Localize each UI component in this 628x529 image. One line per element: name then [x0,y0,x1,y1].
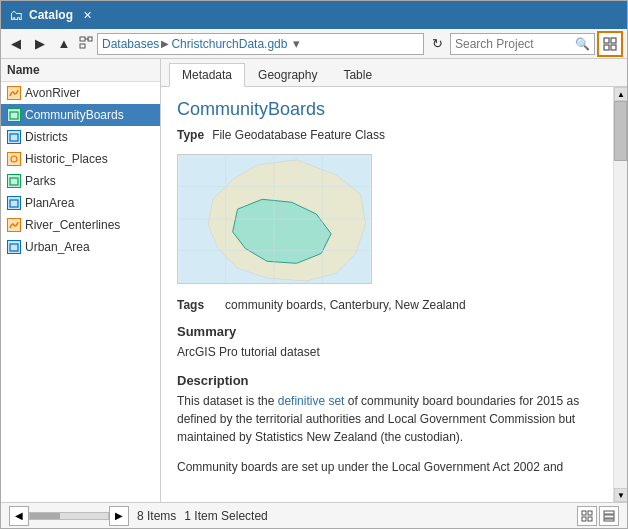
sidebar-item-avonriver[interactable]: AvonRiver [1,82,160,104]
path-dropdown-btn[interactable]: ▾ [293,36,300,51]
scrollbar-thumb[interactable] [614,101,627,161]
tab-table[interactable]: Table [330,63,385,86]
search-bar: 🔍 [450,33,595,55]
main-content: Name AvonRiver CommunityBoards Districts [1,59,627,502]
selected-count: 1 Item Selected [184,509,267,523]
svg-rect-7 [611,45,616,50]
tags-label: Tags [177,298,217,312]
status-list-view-btn[interactable] [577,506,597,526]
svg-rect-9 [10,134,18,141]
svg-rect-4 [604,38,609,43]
svg-rect-21 [582,511,586,515]
path-sep1: ▶ [161,38,169,49]
description-text2: Community boards are set up under the Lo… [177,458,597,476]
status-bar: ◀ ▶ 8 Items 1 Item Selected [1,502,627,528]
type-value: File Geodatabase Feature Class [212,128,385,142]
svg-rect-27 [604,519,614,521]
desc-link[interactable]: definitive set [278,394,345,408]
items-count: 8 Items [137,509,176,523]
planarea-icon [7,196,21,210]
title-bar-label: Catalog [29,8,73,22]
description-text: This dataset is the definitive set of co… [177,392,597,446]
back-button[interactable]: ◀ [5,33,27,55]
avonriver-label: AvonRiver [25,86,80,100]
historic-places-icon [7,152,21,166]
tree-icon [77,36,95,52]
feature-title: CommunityBoards [177,99,597,120]
historic-places-label: Historic_Places [25,152,108,166]
parks-icon [7,174,21,188]
communityboards-label: CommunityBoards [25,108,124,122]
type-label: Type [177,128,204,142]
svg-rect-6 [604,45,609,50]
scroll-up-arrow[interactable]: ▲ [614,87,627,101]
title-bar: 🗂 Catalog ✕ [1,1,627,29]
sidebar-item-urban-area[interactable]: Urban_Area [1,236,160,258]
avonriver-icon [7,86,21,100]
description-heading: Description [177,373,597,388]
scrollbar[interactable]: ▲ ▼ [613,87,627,502]
forward-button[interactable]: ▶ [29,33,51,55]
detail-panel: Metadata Geography Table CommunityBoards… [161,59,627,502]
path-bar: Databases ▶ ChristchurchData.gdb ▾ [97,33,424,55]
svg-rect-26 [604,515,614,518]
svg-rect-12 [10,200,18,207]
status-detail-view-btn[interactable] [599,506,619,526]
sidebar-item-historic-places[interactable]: Historic_Places [1,148,160,170]
type-row: Type File Geodatabase Feature Class [177,128,597,142]
summary-heading: Summary [177,324,597,339]
path-databases[interactable]: Databases [102,37,159,51]
svg-rect-11 [10,178,18,185]
sidebar-item-parks[interactable]: Parks [1,170,160,192]
desc-part1: This dataset is the [177,394,278,408]
svg-rect-13 [10,244,18,251]
svg-rect-23 [582,517,586,521]
tags-row: Tags community boards, Canterbury, New Z… [177,298,597,312]
scrollbar-track[interactable] [614,101,627,488]
horizontal-scroll: ◀ ▶ [9,506,129,526]
tree-header: Name [1,59,160,82]
sidebar-item-communityboards[interactable]: CommunityBoards [1,104,160,126]
planarea-label: PlanArea [25,196,74,210]
scroll-right-btn[interactable]: ▶ [109,506,129,526]
tab-metadata[interactable]: Metadata [169,63,245,87]
communityboards-icon [7,108,21,122]
hscroll-thumb[interactable] [30,513,60,519]
svg-point-10 [11,156,17,162]
hscroll-track[interactable] [29,512,109,520]
refresh-button[interactable]: ↻ [426,33,448,55]
status-right [577,506,619,526]
parks-label: Parks [25,174,56,188]
sidebar-item-districts[interactable]: Districts [1,126,160,148]
svg-rect-8 [10,112,18,119]
sidebar-item-river-centerlines[interactable]: River_Centerlines [1,214,160,236]
scroll-left-btn[interactable]: ◀ [9,506,29,526]
tab-geography[interactable]: Geography [245,63,330,86]
layout-button[interactable] [597,31,623,57]
sidebar-item-planarea[interactable]: PlanArea [1,192,160,214]
sidebar: Name AvonRiver CommunityBoards Districts [1,59,161,502]
river-centerlines-label: River_Centerlines [25,218,120,232]
summary-text: ArcGIS Pro tutorial dataset [177,343,597,361]
search-input[interactable] [455,37,575,51]
river-centerlines-icon [7,218,21,232]
urban-area-label: Urban_Area [25,240,90,254]
close-button[interactable]: ✕ [83,9,92,22]
scroll-down-arrow[interactable]: ▼ [614,488,627,502]
catalog-icon: 🗂 [9,7,23,23]
status-left: ◀ ▶ 8 Items 1 Item Selected [9,506,268,526]
svg-rect-22 [588,511,592,515]
content-area: CommunityBoards Type File Geodatabase Fe… [161,87,627,502]
up-button[interactable]: ▲ [53,33,75,55]
urban-area-icon [7,240,21,254]
tags-value: community boards, Canterbury, New Zealan… [225,298,466,312]
path-gdb[interactable]: ChristchurchData.gdb [171,37,287,51]
app-window: 🗂 Catalog ✕ ◀ ▶ ▲ Databases ▶ Christchur… [0,0,628,529]
tabs-bar: Metadata Geography Table [161,59,627,87]
search-button[interactable]: 🔍 [575,37,590,51]
svg-rect-24 [588,517,592,521]
svg-rect-5 [611,38,616,43]
map-thumbnail [177,154,372,284]
content-scroll[interactable]: CommunityBoards Type File Geodatabase Fe… [161,87,613,502]
districts-icon [7,130,21,144]
